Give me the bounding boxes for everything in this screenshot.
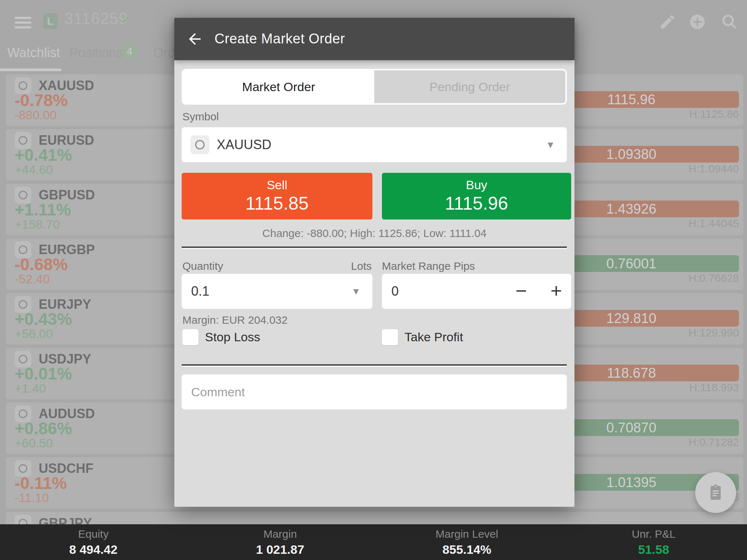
buy-price: 1115.96 bbox=[382, 193, 571, 214]
stat-value: 855.14% bbox=[374, 542, 560, 557]
absolute-change: +1.40 bbox=[15, 381, 46, 396]
chevron-down-icon: ▼ bbox=[546, 127, 555, 162]
section-divider bbox=[182, 364, 567, 366]
sell-price: 1115.85 bbox=[182, 193, 372, 214]
stop-loss-label: Stop Loss bbox=[205, 330, 260, 344]
add-symbol-button[interactable] bbox=[689, 13, 706, 31]
stat-label: Unr. P&L bbox=[560, 528, 747, 540]
check-icon: ✓ bbox=[120, 12, 132, 28]
sell-label: Sell bbox=[182, 178, 372, 192]
stat-label: Margin bbox=[187, 528, 374, 540]
account-id[interactable]: 3116259 bbox=[64, 9, 128, 28]
daily-high: H:1.44045 bbox=[689, 217, 739, 230]
checkbox-box[interactable] bbox=[182, 329, 198, 345]
equity-stat: Equity 8 494.42 bbox=[0, 524, 187, 560]
percent-change: +0.01% bbox=[15, 364, 72, 384]
quantity-unit-label: Lots bbox=[351, 260, 372, 272]
dialog-header: Create Market Order bbox=[174, 18, 574, 60]
plus-circle-icon bbox=[689, 13, 706, 31]
app-screen: L 3116259 ✓ Watchlist Positions 4 Orders… bbox=[0, 0, 747, 560]
take-profit-label: Take Profit bbox=[405, 330, 463, 344]
search-button[interactable] bbox=[721, 13, 738, 31]
absolute-change: -880.00 bbox=[15, 108, 57, 122]
checkbox-box[interactable] bbox=[382, 329, 398, 345]
daily-high: H:1125.86 bbox=[689, 108, 739, 120]
percent-change: -0.78% bbox=[15, 90, 68, 110]
search-icon bbox=[721, 13, 738, 31]
symbol-select[interactable]: XAUUSD ▼ bbox=[182, 127, 567, 162]
percent-change: -0.11% bbox=[15, 473, 67, 493]
daily-high: H:1.09440 bbox=[689, 163, 739, 175]
hamburger-icon bbox=[15, 17, 31, 19]
order-list-fab[interactable] bbox=[695, 472, 736, 513]
increment-button[interactable]: + bbox=[547, 274, 565, 309]
market-range-value: 0 bbox=[391, 274, 399, 309]
market-range-input[interactable]: 0 − + bbox=[382, 274, 571, 309]
buy-button[interactable]: Buy 1115.96 bbox=[382, 173, 571, 219]
absolute-change: +44.60 bbox=[15, 163, 53, 177]
sell-button[interactable]: Sell 1115.85 bbox=[182, 173, 372, 219]
positions-count-badge: 4 bbox=[121, 43, 138, 60]
absolute-change: +56.00 bbox=[15, 327, 53, 341]
tab-positions[interactable]: Positions bbox=[69, 45, 123, 61]
edit-button[interactable] bbox=[659, 13, 676, 31]
margin-level-stat: Margin Level 855.14% bbox=[374, 524, 560, 560]
quantity-label: Quantity bbox=[182, 260, 223, 272]
tab-market-order[interactable]: Market Order bbox=[183, 70, 374, 103]
quantity-select[interactable]: 0.1 ▼ bbox=[182, 274, 372, 309]
section-divider bbox=[182, 246, 567, 248]
dialog-title: Create Market Order bbox=[214, 31, 345, 47]
buy-label: Buy bbox=[382, 178, 571, 192]
arrow-left-icon bbox=[186, 30, 204, 48]
active-tab-indicator bbox=[0, 69, 61, 71]
unrealized-pnl-stat: Unr. P&L 51.58 bbox=[560, 524, 747, 560]
symbol-circle-icon bbox=[190, 135, 209, 154]
absolute-change: -11.10 bbox=[15, 491, 49, 505]
stat-value: 1 021.87 bbox=[187, 542, 374, 557]
percent-change: +0.43% bbox=[15, 309, 72, 329]
symbol-label: Symbol bbox=[182, 110, 219, 123]
stat-label: Equity bbox=[0, 528, 187, 540]
quantity-value: 0.1 bbox=[191, 274, 209, 309]
daily-high: H:0.71282 bbox=[689, 436, 739, 448]
stat-value: 51.58 bbox=[560, 542, 747, 557]
daily-high: H:0.76628 bbox=[689, 272, 739, 284]
daily-high: H:118.993 bbox=[689, 381, 739, 394]
margin-stat: Margin 1 021.87 bbox=[187, 524, 374, 560]
market-stats: Change: -880.00; High: 1125.86; Low: 111… bbox=[174, 227, 574, 240]
account-type-badge: L bbox=[43, 13, 58, 29]
comment-field[interactable] bbox=[182, 374, 567, 409]
order-type-tabs: Market Order Pending Order bbox=[182, 69, 567, 105]
daily-high: H:129.990 bbox=[689, 327, 739, 339]
tab-watchlist[interactable]: Watchlist bbox=[7, 45, 60, 61]
comment-input[interactable] bbox=[182, 374, 567, 409]
market-range-label: Market Range Pips bbox=[382, 260, 475, 272]
back-button[interactable] bbox=[186, 30, 204, 48]
create-market-order-dialog: Create Market Order Market Order Pending… bbox=[174, 18, 574, 507]
pencil-icon bbox=[659, 13, 676, 31]
quantity-label-row: Quantity Lots bbox=[182, 260, 372, 272]
percent-change: +0.86% bbox=[15, 419, 72, 438]
menu-button[interactable] bbox=[15, 17, 31, 28]
percent-change: +0.41% bbox=[15, 145, 72, 165]
stat-value: 8 494.42 bbox=[0, 542, 187, 557]
absolute-change: +158.70 bbox=[15, 217, 60, 232]
decrement-button[interactable]: − bbox=[512, 274, 530, 309]
chevron-down-icon: ▼ bbox=[351, 274, 361, 309]
account-summary-bar: Equity 8 494.42 Margin 1 021.87 Margin L… bbox=[0, 524, 747, 560]
absolute-change: -52.40 bbox=[15, 272, 50, 286]
percent-change: +1.11% bbox=[15, 200, 71, 219]
margin-info: Margin: EUR 204.032 bbox=[182, 314, 288, 326]
symbol-select-value: XAUUSD bbox=[217, 127, 271, 162]
stat-label: Margin Level bbox=[374, 528, 560, 540]
clipboard-icon bbox=[707, 483, 724, 502]
absolute-change: +60.50 bbox=[15, 436, 53, 450]
tab-pending-order[interactable]: Pending Order bbox=[374, 70, 565, 103]
percent-change: -0.68% bbox=[15, 254, 68, 274]
